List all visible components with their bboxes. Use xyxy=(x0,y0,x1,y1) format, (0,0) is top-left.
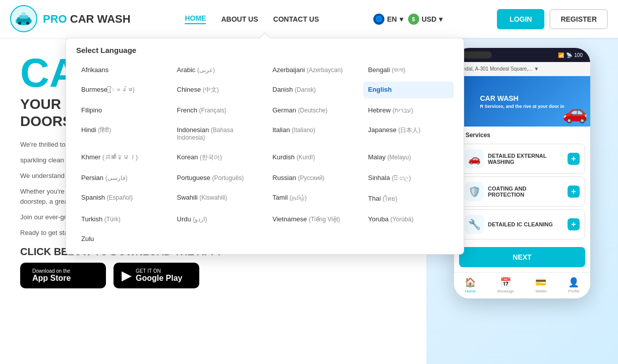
language-item[interactable]: Chinese (中文) xyxy=(172,82,263,98)
language-item[interactable]: Turkish (Türk) xyxy=(76,211,167,227)
service-card-left: 🛡️ COATING AND PROTECTION xyxy=(465,182,553,201)
language-item[interactable]: Danish (Dansk) xyxy=(267,82,358,98)
currency-flag-icon: $ xyxy=(408,14,419,25)
language-item[interactable]: Indonesian (Bahasa Indonesia) xyxy=(172,122,263,145)
google-play-button[interactable]: ▶ GET IT ON Google Play xyxy=(114,263,199,288)
phone-next-button[interactable]: NEXT xyxy=(459,247,585,267)
language-item[interactable]: Tamil (தமிழ்) xyxy=(267,190,358,207)
service-card: 🛡️ COATING AND PROTECTION + xyxy=(459,176,585,207)
logo-area: PRO CAR WASH xyxy=(10,5,131,33)
language-item[interactable]: Khmer (ភាសាខ្មែរ) xyxy=(76,149,167,166)
bookings-nav-label: Bookings xyxy=(497,289,514,293)
phone-status-bar: 📶 📡 100 xyxy=(454,48,590,62)
language-item[interactable]: Azerbaijani (Azerbaycan) xyxy=(267,62,358,78)
download-buttons: Download on the App Store ▶ GET IT ON Go… xyxy=(20,263,406,288)
language-item[interactable]: German (Deutsche) xyxy=(267,102,358,118)
service-card-left: 🔧 DETAILED IC CLEANING xyxy=(465,215,553,234)
service-icon: 🔧 xyxy=(465,215,484,234)
header: PRO CAR WASH HOME ABOUT US CONTACT US 🌐 … xyxy=(0,0,618,38)
wifi-icon: 📶 xyxy=(558,52,564,58)
phone-nav-item-wallet[interactable]: 💳 Wallet xyxy=(535,277,546,293)
language-item[interactable]: Bengali (বাংলা) xyxy=(363,62,454,78)
google-play-texts: GET IT ON Google Play xyxy=(136,268,182,283)
language-item[interactable]: Vietnamese (Tiếng Việt) xyxy=(267,211,358,227)
language-item[interactable]: Korean (한국어) xyxy=(172,149,263,166)
app-store-big-text: App Store xyxy=(32,274,71,283)
language-item[interactable]: Swahili (Kiswahili) xyxy=(172,190,263,207)
dropdown-arrow xyxy=(260,33,270,38)
language-item[interactable]: French (Français) xyxy=(172,102,263,118)
language-item[interactable]: Sinhala (සිංහල) xyxy=(363,170,454,186)
language-item[interactable]: Japanese (日本人) xyxy=(363,122,454,145)
phone-header: andal, A-301 Mondeal Square,... ▼ xyxy=(454,62,590,76)
action-buttons: LOGIN REGISTER xyxy=(497,9,608,29)
phone-nav-item-home[interactable]: 🏠 Home xyxy=(465,277,476,293)
main-nav: HOME ABOUT US CONTACT US xyxy=(185,14,319,24)
phone-services-title: h Services xyxy=(454,127,590,141)
app-store-small-text: Download on the xyxy=(32,268,71,274)
google-play-icon: ▶ xyxy=(122,268,132,283)
phone-mockup: 📶 📡 100 andal, A-301 Mondeal Square,... … xyxy=(454,48,590,298)
language-item[interactable]: Yoruba (Yorùbá) xyxy=(363,211,454,227)
language-grid: AfrikaansArabic (عربى)Azerbaijani (Azerb… xyxy=(76,62,454,247)
nav-home[interactable]: HOME xyxy=(185,14,206,24)
language-item[interactable]: Arabic (عربى) xyxy=(172,62,263,78)
bookings-nav-icon: 📅 xyxy=(500,277,511,288)
language-item[interactable]: Thai (ไทย) xyxy=(363,190,454,207)
language-item[interactable]: Italian (Italiano) xyxy=(267,122,358,145)
address-text: andal, A-301 Mondeal Square,... xyxy=(460,66,532,72)
language-button[interactable]: 🌐 EN ▾ xyxy=(373,14,403,25)
language-item[interactable]: Hebrew (עברית) xyxy=(363,102,454,118)
signal-icon: 📡 xyxy=(566,52,572,58)
phone-bottom-nav: 🏠 Home 📅 Bookings 💳 Wallet 👤 Profile xyxy=(454,272,590,298)
usd-chevron-icon: ▾ xyxy=(439,15,442,23)
lang-usd-area: 🌐 EN ▾ $ USD ▾ xyxy=(373,14,442,25)
profile-nav-icon: 👤 xyxy=(568,277,579,288)
language-item[interactable]: Malay (Melayu) xyxy=(363,149,454,166)
phone-nav-item-profile[interactable]: 👤 Profile xyxy=(568,277,580,293)
language-dropdown: Select Language AfrikaansArabic (عربى)Az… xyxy=(66,38,464,255)
app-store-button[interactable]: Download on the App Store xyxy=(20,263,106,288)
service-plus-button[interactable]: + xyxy=(568,218,580,230)
svg-point-4 xyxy=(18,22,21,25)
language-item[interactable]: Portuguese (Português) xyxy=(172,170,263,186)
language-item[interactable]: Filipino xyxy=(76,102,167,118)
language-item[interactable]: English xyxy=(363,82,454,98)
language-item[interactable]: Burmese (ြမန်မာ) xyxy=(76,82,167,98)
service-label: COATING AND PROTECTION xyxy=(488,186,553,198)
service-plus-button[interactable]: + xyxy=(568,153,580,165)
service-label: DETAILED IC CLEANING xyxy=(488,221,553,227)
phone-nav-item-bookings[interactable]: 📅 Bookings xyxy=(497,277,514,293)
home-nav-icon: 🏠 xyxy=(465,277,476,288)
battery-icon: 100 xyxy=(574,52,583,58)
language-item[interactable]: Urdu (اردو) xyxy=(172,211,263,227)
nav-about[interactable]: ABOUT US xyxy=(221,15,258,23)
service-card: 🚗 DETAILED EXTERNAL WASHING + xyxy=(459,144,585,174)
language-item[interactable]: Zulu xyxy=(76,231,167,247)
phone-banner: CAR WASH R Services, and the rive at you… xyxy=(454,76,590,127)
logo-text: PRO CAR WASH xyxy=(43,13,131,26)
nav-contact[interactable]: CONTACT US xyxy=(273,15,319,23)
logo-icon xyxy=(10,5,38,33)
lang-chevron-icon: ▾ xyxy=(400,15,403,23)
home-nav-label: Home xyxy=(465,289,476,293)
service-icon: 🚗 xyxy=(465,149,484,168)
lang-label: EN xyxy=(387,15,397,23)
service-plus-button[interactable]: + xyxy=(568,186,580,198)
status-icons: 📶 📡 100 xyxy=(558,52,583,58)
language-item[interactable]: Persian (فارسی) xyxy=(76,170,167,186)
usd-button[interactable]: $ USD ▾ xyxy=(408,14,443,25)
service-label: DETAILED EXTERNAL WASHING xyxy=(488,153,553,165)
language-item[interactable]: Afrikaans xyxy=(76,62,167,78)
language-item[interactable]: Russian (Русский) xyxy=(267,170,358,186)
svg-point-6 xyxy=(21,12,26,16)
svg-point-5 xyxy=(26,22,29,25)
register-button[interactable]: REGISTER xyxy=(549,9,608,29)
language-item[interactable]: Hindi (हिंदी) xyxy=(76,122,167,145)
language-item[interactable]: Spanish (Español) xyxy=(76,190,167,207)
login-button[interactable]: LOGIN xyxy=(497,9,544,29)
language-item[interactable]: Kurdish (Kurdî) xyxy=(267,149,358,166)
app-store-texts: Download on the App Store xyxy=(32,268,71,283)
phone-banner-sub: R Services, and the rive at your door in xyxy=(480,104,564,109)
service-icon: 🛡️ xyxy=(465,182,484,201)
